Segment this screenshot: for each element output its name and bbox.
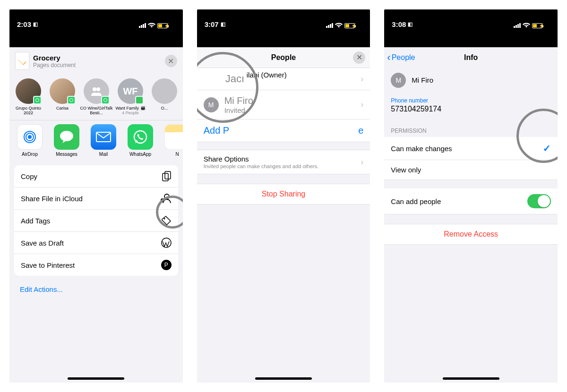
share-contact[interactable]: Carisa: [45, 78, 79, 115]
app-label: Mail: [85, 152, 122, 157]
permission-view-only[interactable]: View only: [384, 160, 558, 180]
share-sheet-header: Grocery Pages document ✕: [9, 47, 183, 75]
share-contact[interactable]: O...: [147, 78, 181, 115]
chevron-right-icon: ›: [361, 74, 363, 84]
can-add-people-section: Can add people: [384, 188, 558, 214]
status-bar: 3:08 ◧ ⚡: [384, 9, 558, 30]
owner-partial-name: Jacı: [225, 73, 248, 85]
pinterest-icon: P: [161, 260, 172, 270]
stop-sharing-button[interactable]: Stop Sharing: [197, 184, 370, 205]
screen-info: 3:08 ◧ ⚡ ‹ People Info M Mi Firo Phone n…: [384, 9, 558, 383]
contact-label: O...: [147, 106, 181, 111]
nav-bar: ‹ People Info: [384, 47, 558, 68]
share-contacts-row: Grupo Quinto 2022 Carisa CO Wine/GirlTal…: [9, 75, 183, 120]
document-subtitle: Pages document: [33, 62, 76, 68]
can-add-people-label: Can add people: [391, 197, 441, 205]
svg-rect-6: [96, 132, 111, 142]
action-label: Save to Pinterest: [21, 261, 75, 269]
action-share-icloud[interactable]: Share File in iCloud: [14, 187, 178, 210]
messages-icon: [59, 130, 74, 144]
home-indicator[interactable]: [68, 377, 124, 380]
svg-point-5: [60, 131, 73, 141]
action-copy[interactable]: Copy: [14, 165, 178, 187]
group-icon: [90, 86, 103, 96]
whatsapp-badge-icon: [67, 96, 76, 104]
whatsapp-icon: [133, 129, 148, 145]
person-name: Mi Firo: [224, 95, 253, 106]
contact-label: Grupo Quinto 2022: [11, 106, 45, 115]
chevron-right-icon: ›: [361, 157, 363, 167]
wifi-icon: [148, 23, 155, 28]
charging-icon: ⚡: [164, 23, 170, 28]
copy-icon: [162, 171, 172, 181]
app-label: WhatsApp: [122, 152, 159, 157]
mail-icon: [95, 131, 112, 143]
toggle-switch[interactable]: [527, 194, 551, 208]
cellular-icon: [514, 23, 521, 28]
permission-can-make-changes[interactable]: Can make changes ✓: [384, 137, 558, 160]
person-avatar: M: [391, 73, 406, 88]
contact-label: Want Family 👪: [113, 106, 147, 111]
actions-list: Copy Share File in iCloud Add Tags Save …: [14, 165, 178, 276]
charging-icon: ⚡: [539, 23, 544, 28]
add-people-button[interactable]: Add P e: [197, 119, 370, 142]
edit-actions-link[interactable]: Edit Actions...: [9, 280, 183, 299]
people-list: Jacı Jacı.......ilani (Owner) ilani (Own…: [197, 68, 370, 142]
status-bar: 3:07 ◧ ⚡: [197, 9, 370, 30]
share-app-airdrop[interactable]: AirDrop: [11, 124, 48, 157]
action-save-draft[interactable]: Save as Draft: [14, 232, 178, 254]
share-options-row[interactable]: Share Options Invited people can make ch…: [197, 150, 370, 174]
screen-share-sheet: 2:03 ◧ ⚡ Grocery Pages document ✕ Grupo …: [9, 9, 183, 383]
phone-field: Phone number 573104259174: [384, 93, 558, 119]
person-avatar: M: [204, 97, 219, 112]
phone-value[interactable]: 573104259174: [384, 104, 558, 119]
permission-label: View only: [391, 166, 421, 174]
permission-label: Can make changes: [391, 145, 452, 153]
share-app-whatsapp[interactable]: WhatsApp: [122, 124, 159, 157]
cellular-icon: [139, 23, 146, 28]
contact-label: Carisa: [45, 106, 79, 111]
action-save-pinterest[interactable]: Save to Pinterest P: [14, 254, 178, 276]
black-bar: [384, 30, 558, 47]
wifi-icon: [523, 23, 530, 28]
share-contact[interactable]: Grupo Quinto 2022: [11, 78, 45, 115]
action-add-tags[interactable]: Add Tags: [14, 210, 178, 232]
share-app-mail[interactable]: Mail: [85, 124, 122, 157]
app-label: Messages: [48, 152, 85, 157]
nav-bar: People ✕: [197, 47, 370, 68]
people-row-owner[interactable]: Jacı Jacı.......ilani (Owner) ilani (Own…: [197, 68, 370, 90]
action-label: Share File in iCloud: [21, 195, 83, 203]
home-indicator[interactable]: [255, 377, 312, 380]
alarm-icon: ◧: [408, 21, 412, 27]
share-app-notes[interactable]: N: [159, 124, 183, 157]
permission-header: PERMISSION: [384, 119, 558, 137]
close-button[interactable]: ✕: [165, 55, 177, 67]
document-icon: [15, 52, 29, 70]
checkmark-icon: ✓: [543, 143, 551, 154]
share-contact[interactable]: CO Wine/GirlTalk Besti...: [79, 78, 113, 115]
status-time: 3:08: [392, 20, 406, 28]
close-button[interactable]: ✕: [353, 51, 365, 64]
remove-access-button[interactable]: Remove Access: [384, 224, 558, 245]
document-title: Grocery: [33, 54, 76, 62]
share-app-messages[interactable]: Messages: [48, 124, 85, 157]
home-indicator[interactable]: [443, 377, 499, 380]
svg-point-2: [28, 135, 32, 139]
chevron-left-icon: ‹: [387, 51, 390, 64]
status-time: 2:03: [17, 20, 31, 28]
share-apps-row: AirDrop Messages Mail WhatsApp N: [9, 120, 183, 161]
people-row-invited[interactable]: M Mi Firo Invited ›: [197, 90, 370, 119]
add-people-label: Add P: [204, 125, 229, 136]
svg-rect-9: [165, 171, 171, 179]
tag-icon: [161, 215, 172, 226]
share-options-sub: Invited people can make changes and add …: [204, 163, 318, 169]
status-bar: 2:03 ◧ ⚡: [9, 9, 183, 30]
alarm-icon: ◧: [221, 21, 225, 27]
svg-point-12: [163, 218, 165, 220]
share-contact[interactable]: WF Want Family 👪 4 People: [113, 78, 147, 115]
permission-list: Can make changes ✓ View only: [384, 137, 558, 180]
share-options-label: Share Options: [204, 155, 318, 163]
back-button[interactable]: ‹ People: [387, 51, 415, 64]
can-add-people-row[interactable]: Can add people: [384, 188, 558, 214]
cellular-icon: [326, 23, 333, 28]
